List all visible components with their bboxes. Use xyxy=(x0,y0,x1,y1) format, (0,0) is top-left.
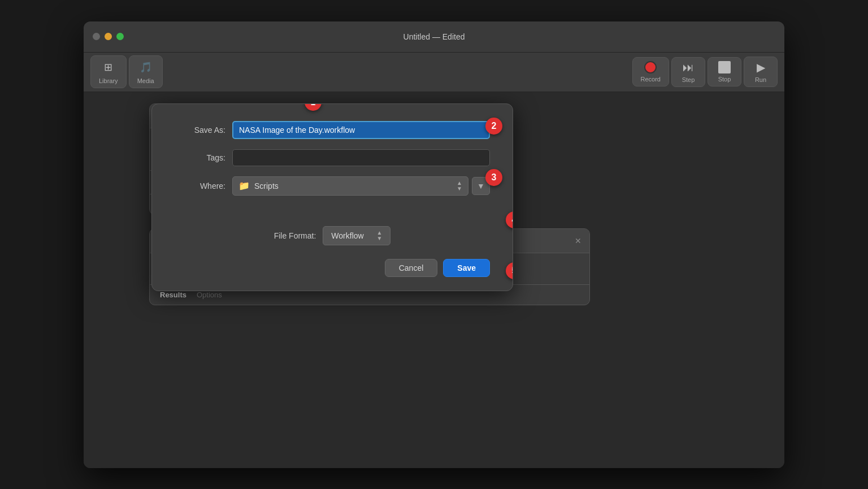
library-label: Library xyxy=(99,77,118,84)
minimize-button[interactable] xyxy=(105,33,112,40)
step-badge-3: 3 xyxy=(485,169,502,186)
library-icon: ⊞ xyxy=(101,59,116,75)
folder-icon: 📁 xyxy=(238,180,250,191)
record-label: Record xyxy=(641,76,661,83)
title-bar: Untitled — Edited xyxy=(84,21,784,53)
tags-label: Tags: xyxy=(175,153,225,162)
stop-button[interactable]: Stop xyxy=(708,57,741,86)
action-card-close-2[interactable]: ✕ xyxy=(575,236,581,245)
step-button[interactable]: ⏭ Step xyxy=(671,57,705,87)
save-as-label: Save As: xyxy=(175,126,225,135)
results-tab-2[interactable]: Results xyxy=(158,289,189,300)
stop-icon xyxy=(718,61,731,73)
options-tab-2[interactable]: Options xyxy=(194,289,224,300)
save-button[interactable]: Save xyxy=(443,259,490,277)
media-label: Media xyxy=(137,77,154,84)
save-as-input[interactable] xyxy=(232,121,490,139)
stop-label: Stop xyxy=(718,76,731,83)
window-title: Untitled — Edited xyxy=(403,32,465,41)
cancel-button[interactable]: Cancel xyxy=(385,259,438,277)
file-format-select[interactable]: Workflow ▲▼ xyxy=(323,226,390,245)
where-select-wrap: 📁 Scripts ▲▼ ▼ xyxy=(232,176,490,196)
tags-input[interactable] xyxy=(232,149,490,166)
record-button[interactable]: Record xyxy=(632,57,669,86)
dialog-buttons: Cancel Save xyxy=(152,259,513,291)
step-icon: ⏭ xyxy=(683,61,694,74)
media-icon: 🎵 xyxy=(138,59,154,75)
main-content: ▼ 🌐 Get Specified URLs ✕ Address https:/… xyxy=(84,92,784,468)
traffic-lights xyxy=(93,33,124,40)
app-window: Untitled — Edited ⊞ Library 🎵 Media Reco… xyxy=(84,21,784,468)
media-button[interactable]: 🎵 Media xyxy=(129,55,163,88)
run-button[interactable]: ▶ Run xyxy=(744,57,778,87)
run-icon: ▶ xyxy=(757,60,765,74)
step-label: Step xyxy=(682,76,695,83)
expand-icon: ▼ xyxy=(477,181,485,191)
save-as-row: Save As: xyxy=(175,121,490,139)
file-format-arrows-icon: ▲▼ xyxy=(376,230,382,241)
close-button[interactable] xyxy=(93,33,100,40)
where-row: Where: 📁 Scripts ▲▼ ▼ xyxy=(175,176,490,196)
file-format-value: Workflow xyxy=(331,231,363,240)
where-select[interactable]: 📁 Scripts ▲▼ xyxy=(232,176,468,196)
where-select-arrows-icon: ▲▼ xyxy=(457,180,462,192)
file-format-row: File Format: Workflow ▲▼ xyxy=(152,226,513,245)
toolbar: ⊞ Library 🎵 Media Record ⏭ Step Stop ▶ xyxy=(84,53,784,92)
save-dialog: Save As: Tags: Where: 📁 Scripts ▲▼ xyxy=(151,103,513,291)
where-label: Where: xyxy=(175,181,225,191)
step-badge-2: 2 xyxy=(485,118,502,135)
dialog-content: Save As: Tags: Where: 📁 Scripts ▲▼ xyxy=(152,104,513,223)
tags-row: Tags: xyxy=(175,149,490,166)
where-value: Scripts xyxy=(254,181,279,191)
file-format-label: File Format: xyxy=(274,231,316,240)
record-icon xyxy=(644,61,657,73)
toolbar-right: Record ⏭ Step Stop ▶ Run xyxy=(632,57,778,87)
library-button[interactable]: ⊞ Library xyxy=(90,55,127,88)
run-label: Run xyxy=(755,76,766,83)
maximize-button[interactable] xyxy=(116,33,124,40)
